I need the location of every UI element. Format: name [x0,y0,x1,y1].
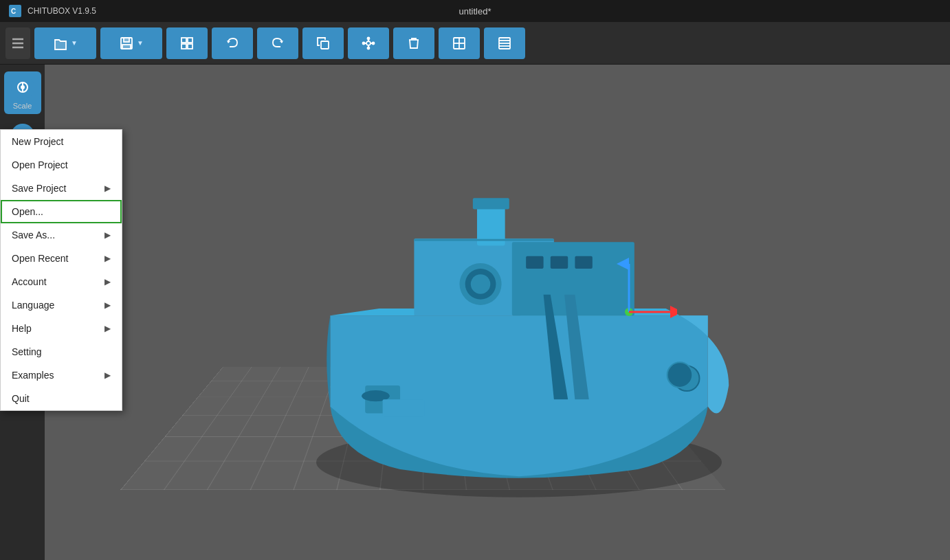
menu-item-open-recent[interactable]: Open Recent ▶ [1,247,122,270]
menu-item-save-project[interactable]: Save Project ▶ [1,177,122,200]
svg-rect-10 [181,44,186,49]
menu-item-quit[interactable]: Quit [1,387,122,410]
svg-point-50 [667,362,693,388]
menu-item-setting[interactable]: Setting [1,340,122,363]
svg-rect-49 [383,399,425,416]
menu-item-account[interactable]: Account ▶ [1,270,122,293]
viewport[interactable] [45,65,950,560]
undo-button[interactable] [212,27,253,59]
axis-indicator [608,257,677,346]
view-button[interactable] [439,27,480,59]
open-recent-arrow: ▶ [104,254,111,263]
titlebar: C CHITUBOX V1.9.5 untitled* [0,0,950,22]
svg-rect-53 [575,256,592,269]
sidebar-item-scale[interactable]: Scale [4,71,41,114]
app-icon: C [8,4,22,18]
save-button[interactable]: ▼ [100,27,162,59]
dropdown-menu: New Project Open Project Save Project ▶ … [0,129,122,411]
menu-item-new-project[interactable]: New Project [1,130,122,153]
svg-point-17 [363,42,365,44]
main-area: Scale Mirror X Y [0,65,950,560]
language-arrow: ▶ [104,300,111,310]
scale-label: Scale [13,102,32,110]
svg-point-16 [368,47,370,49]
svg-rect-51 [526,256,543,269]
boat-model [272,106,766,511]
menu-item-open[interactable]: Open... [1,200,122,223]
menu-item-language[interactable]: Language ▶ [1,293,122,317]
redo-button[interactable] [257,27,298,59]
save-dropdown-arrow[interactable]: ▼ [137,39,144,47]
slice-button[interactable] [484,27,525,59]
app-title: CHITUBOX V1.9.5 [27,6,96,16]
open-file-button[interactable]: ▼ [34,27,96,59]
examples-arrow: ▶ [104,370,111,380]
open-file-dropdown-arrow[interactable]: ▼ [71,39,78,47]
scale-icon [11,76,34,99]
svg-point-14 [368,37,370,39]
svg-point-15 [373,42,375,44]
svg-rect-52 [551,256,568,269]
svg-rect-45 [473,198,509,209]
help-arrow: ▶ [104,324,111,333]
delete-button[interactable] [393,27,434,59]
save-as-arrow: ▶ [104,230,111,240]
network-button[interactable] [348,27,389,59]
window-title: untitled* [459,6,491,16]
svg-point-42 [471,274,490,293]
svg-rect-12 [321,41,329,49]
svg-point-13 [366,41,371,45]
menu-item-open-project[interactable]: Open Project [1,153,122,177]
svg-rect-6 [124,38,129,42]
svg-rect-9 [188,38,192,43]
toolbar: ▼ ▼ [0,22,950,65]
svg-rect-8 [181,38,186,43]
menu-item-help[interactable]: Help ▶ [1,317,122,340]
menu-toggle-button[interactable] [5,27,30,59]
save-project-arrow: ▶ [104,183,111,193]
svg-rect-7 [122,45,131,49]
svg-point-31 [21,86,24,89]
menu-item-examples[interactable]: Examples ▶ [1,363,122,387]
account-arrow: ▶ [104,277,111,287]
menu-item-save-as[interactable]: Save As... ▶ [1,223,122,247]
svg-text:C: C [11,8,16,15]
svg-rect-11 [188,44,192,49]
copy-button[interactable] [302,27,344,59]
layout-button[interactable] [166,27,208,59]
